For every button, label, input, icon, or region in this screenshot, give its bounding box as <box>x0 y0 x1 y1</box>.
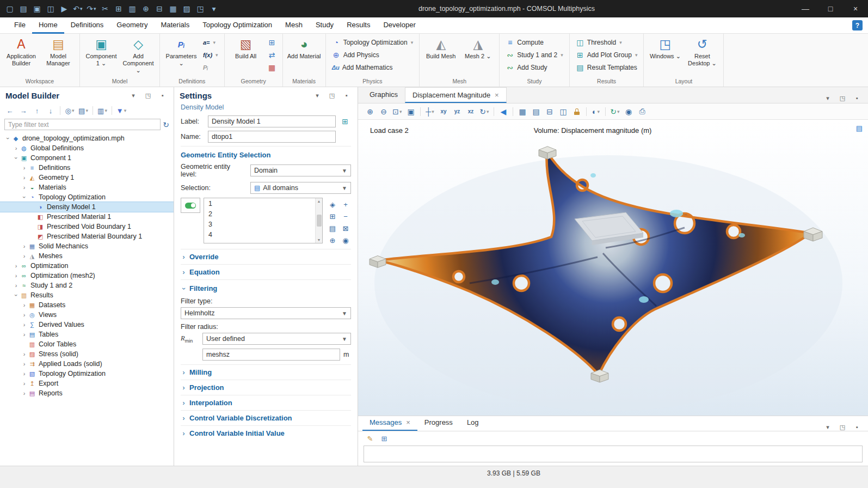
add-mathematics-button[interactable]: ΔuAdd Mathematics <box>329 62 416 74</box>
view-yz-plane-icon[interactable]: yz <box>451 105 464 118</box>
copy-messages-icon[interactable]: ⊞ <box>378 432 391 445</box>
minimize-icon[interactable]: — <box>793 0 818 17</box>
close-icon[interactable]: × <box>843 0 868 17</box>
graphics-tab-graphics[interactable]: Graphics <box>362 87 405 103</box>
messages-tab-progress[interactable]: Progress <box>417 415 460 431</box>
displacement-plot-3d[interactable] <box>358 120 868 416</box>
tree-item-views[interactable]: ›◎Views <box>0 310 174 320</box>
ribbon-tab-mesh[interactable]: Mesh <box>279 17 309 34</box>
clear-selection-icon[interactable]: ⊠ <box>339 222 352 235</box>
pin-panel-icon[interactable]: ▪ <box>851 91 864 105</box>
compact-history-icon[interactable]: ◫ <box>44 2 57 15</box>
tree-item-drone-topology-optimization-mph[interactable]: ›◆drone_topology_optimization.mph <box>0 133 174 143</box>
selection-toggle-button[interactable] <box>181 198 200 213</box>
expand-toggle-icon[interactable]: › <box>13 282 20 289</box>
tree-item-applied-loads-solid[interactable]: ›⇉Applied Loads (solid) <box>0 359 174 369</box>
tree-item-study-1-and-2[interactable]: ›≈Study 1 and 2 <box>0 280 174 290</box>
tree-item-definitions[interactable]: ›≡Definitions <box>0 163 174 173</box>
reset-current-view-icon[interactable]: ↻▾ <box>478 105 491 118</box>
component-1-button[interactable]: ▣Component 1 ⌄ <box>83 36 119 67</box>
paste-selection-icon[interactable]: ▤ <box>326 222 339 235</box>
new-file-icon[interactable]: ▢ <box>3 2 16 15</box>
clear-messages-icon[interactable]: ✎ <box>364 432 377 445</box>
panel-menu-icon[interactable]: ▾ <box>821 420 834 434</box>
zoom-in-icon[interactable]: ⊕ <box>364 105 377 118</box>
add-plot-group-button[interactable]: ⊞Add Plot Group▾ <box>573 49 641 61</box>
sound-icon[interactable]: ◀ <box>497 105 510 118</box>
entity-level-dropdown[interactable]: Domain ▼ <box>250 164 351 176</box>
reset-desktop-button[interactable]: ↺Reset Desktop ⌄ <box>684 36 720 67</box>
expand-toggle-icon[interactable]: › <box>21 253 28 259</box>
float-panel-icon[interactable]: ◳ <box>836 91 849 105</box>
panel-menu-icon[interactable]: ▾ <box>821 91 834 105</box>
scene-light-icon[interactable]: ▦ <box>516 105 529 118</box>
scroll-thumb[interactable] <box>317 215 322 227</box>
select-objects-icon[interactable]: ▦ <box>167 2 180 15</box>
view-xz-plane-icon[interactable]: xz <box>464 105 477 118</box>
expand-toggle-icon[interactable]: › <box>5 135 11 142</box>
show-selection-icon[interactable]: ◉ <box>339 234 352 247</box>
parameter-case-button[interactable]: Pᵢ <box>200 62 221 74</box>
expand-toggle-icon[interactable]: › <box>13 292 20 299</box>
section-projection[interactable]: ›Projection <box>181 380 351 395</box>
selection-list-item[interactable]: 3 <box>204 219 315 230</box>
section-control-variable-discretization[interactable]: ›Control Variable Discretization <box>181 410 351 425</box>
expand-toggle-icon[interactable]: › <box>21 302 28 308</box>
tree-item-topology-optimization[interactable]: ›▧Topology Optimization <box>0 369 174 379</box>
expand-toggle-icon[interactable]: › <box>21 164 28 171</box>
graphics-tab-displacement-magnitude[interactable]: Displacement Magnitude× <box>405 87 507 103</box>
add-study-button[interactable]: ∾Add Study <box>503 62 566 74</box>
result-templates-button[interactable]: ▤Result Templates <box>573 62 641 74</box>
scroll-down-icon[interactable]: ▼ <box>317 238 321 242</box>
ribbon-tab-developer[interactable]: Developer <box>377 17 422 34</box>
scrollbar[interactable]: ▲ ▼ <box>315 198 322 243</box>
forward-icon[interactable]: → <box>17 104 30 117</box>
float-panel-icon[interactable]: ◳ <box>141 89 155 102</box>
label-field-input[interactable] <box>208 115 336 127</box>
messages-tab-log[interactable]: Log <box>460 415 486 431</box>
zoom-out-icon[interactable]: ⊖ <box>377 105 390 118</box>
tree-item-tables[interactable]: ›▤Tables <box>0 330 174 339</box>
pin-panel-icon[interactable]: ▪ <box>851 420 864 434</box>
section-equation[interactable]: ›Equation <box>181 264 351 279</box>
filter-icon[interactable]: ▼▾ <box>115 104 128 117</box>
add-material-button[interactable]: ◕Add Material <box>286 36 322 60</box>
split-view-icon[interactable]: ◫ <box>557 105 570 118</box>
update-geometry-icon-button[interactable]: ⇄ <box>265 49 279 61</box>
scroll-up-icon[interactable]: ▲ <box>317 199 321 203</box>
create-selection-icon[interactable]: ⊞ <box>339 115 351 127</box>
section-geometric-entity-selection[interactable]: Geometric Entity Selection <box>181 146 351 163</box>
name-field-input[interactable] <box>208 131 336 143</box>
save-icon[interactable]: ▣ <box>30 2 44 15</box>
measure-icon[interactable]: ◳ <box>194 2 207 15</box>
parameters-button[interactable]: PᵢParameters ⌄ <box>163 36 199 67</box>
selection-list-item[interactable]: 4 <box>204 230 315 240</box>
back-icon[interactable]: ← <box>3 104 16 117</box>
expand-toggle-icon[interactable]: › <box>13 263 20 269</box>
tree-item-global-definitions[interactable]: ›◍Global Definitions <box>0 143 174 153</box>
add-to-selection-icon[interactable]: + <box>339 198 352 211</box>
environment-reflections-icon[interactable]: ▤ <box>530 105 543 118</box>
selection-list-item[interactable]: 1 <box>204 199 315 209</box>
ribbon-tab-materials[interactable]: Materials <box>154 17 196 34</box>
variables-button[interactable]: a=▾ <box>200 36 221 48</box>
tree-item-stress-solid[interactable]: ›▨Stress (solid) <box>0 349 174 359</box>
select-boundaries-icon[interactable]: ▨ <box>180 2 193 15</box>
undo-icon[interactable]: ↶▾ <box>71 2 84 15</box>
show-icon[interactable]: ◎▾ <box>63 104 76 117</box>
selection-dropdown[interactable]: ▤ All domains ▼ <box>250 182 351 194</box>
expand-toggle-icon[interactable]: › <box>21 312 28 318</box>
messages-output[interactable] <box>364 446 863 462</box>
ribbon-tab-results[interactable]: Results <box>340 17 377 34</box>
insert-sequence-icon-button[interactable]: ⊞ <box>265 36 279 48</box>
expand-toggle-icon[interactable]: › <box>21 174 28 181</box>
delete-icon[interactable]: ⊟ <box>153 2 166 15</box>
panel-menu-icon[interactable]: ▾ <box>311 89 324 102</box>
float-panel-icon[interactable]: ◳ <box>836 420 849 434</box>
ribbon-tab-file[interactable]: File <box>8 17 32 34</box>
plot-legend-icon[interactable]: ▤ <box>856 124 863 132</box>
expand-toggle-icon[interactable]: › <box>21 194 28 201</box>
compute-button[interactable]: ≡Compute <box>503 36 566 48</box>
ribbon-tab-topology-optimization[interactable]: Topology Optimization <box>196 17 279 34</box>
refresh-icon[interactable]: ↻ <box>163 120 169 129</box>
